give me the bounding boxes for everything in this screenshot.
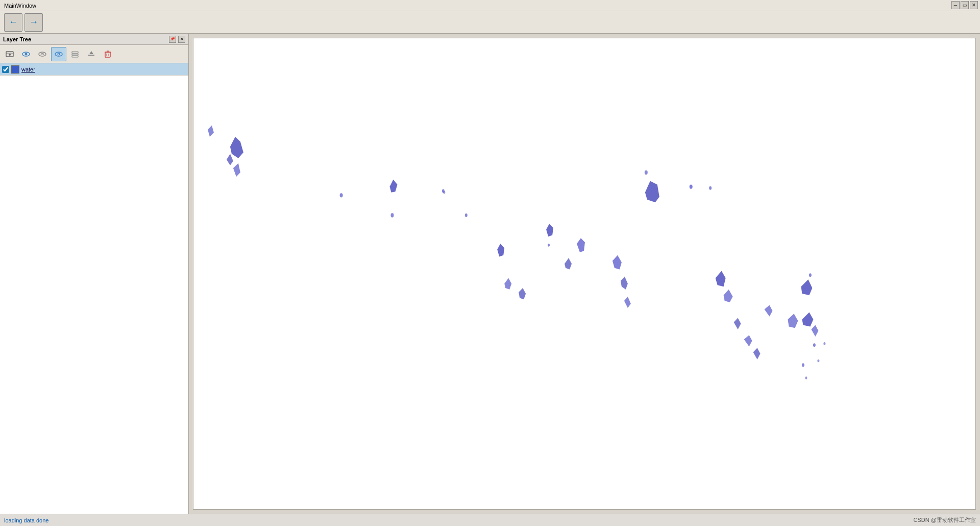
svg-marker-49 — [744, 335, 752, 346]
pin-button[interactable]: 📌 — [169, 36, 176, 43]
svg-rect-14 — [105, 52, 110, 57]
svg-point-48 — [809, 273, 812, 277]
title-bar: MainWindow ─ ▭ ✕ — [0, 0, 980, 11]
svg-marker-44 — [724, 290, 733, 302]
svg-marker-45 — [734, 318, 741, 329]
svg-marker-25 — [389, 180, 397, 193]
svg-marker-38 — [504, 278, 511, 289]
svg-marker-42 — [624, 297, 631, 308]
svg-point-53 — [813, 343, 816, 347]
svg-marker-29 — [497, 244, 504, 256]
svg-marker-34 — [645, 181, 659, 202]
move-up-button[interactable] — [84, 47, 99, 61]
svg-point-1 — [9, 54, 11, 56]
svg-marker-13 — [89, 51, 93, 54]
map-canvas[interactable] — [193, 38, 976, 510]
filter-icon — [38, 50, 47, 59]
active-eye-icon — [54, 50, 63, 59]
svg-point-5 — [41, 53, 44, 55]
layer-item[interactable]: water — [0, 63, 188, 76]
panel-title: Layer Tree — [3, 36, 31, 42]
active-eye-button[interactable] — [51, 47, 66, 61]
svg-marker-50 — [753, 348, 761, 359]
forward-button[interactable]: → — [24, 13, 43, 32]
svg-marker-20 — [230, 137, 243, 158]
svg-marker-30 — [546, 224, 553, 236]
minimize-button[interactable]: ─ — [951, 1, 960, 9]
svg-marker-46 — [765, 305, 773, 316]
stack-icon — [70, 50, 80, 59]
svg-marker-37 — [565, 258, 572, 269]
svg-rect-9 — [72, 52, 78, 53]
main-content: Layer Tree 📌 ✕ — [0, 34, 980, 514]
svg-point-58 — [805, 376, 807, 379]
status-bar: loading data done CSDN @雷动软件工作室 — [0, 514, 980, 526]
layer-toolbar — [0, 45, 188, 63]
remove-layer-button[interactable] — [100, 47, 115, 61]
remove-icon — [103, 50, 112, 59]
panel-header-controls: 📌 ✕ — [169, 36, 185, 43]
svg-point-54 — [817, 360, 819, 363]
layer-stack-button[interactable] — [67, 47, 83, 61]
svg-point-31 — [548, 244, 550, 247]
toggle-visibility-button[interactable] — [18, 47, 34, 61]
svg-point-35 — [709, 186, 712, 190]
svg-marker-47 — [801, 279, 812, 295]
svg-point-23 — [340, 193, 343, 197]
layer-color-swatch — [11, 65, 19, 74]
svg-point-28 — [465, 213, 468, 217]
map-area[interactable] — [189, 34, 980, 514]
svg-point-32 — [645, 170, 648, 174]
move-up-icon — [87, 50, 96, 59]
svg-point-27 — [443, 191, 445, 194]
close-button[interactable]: ✕ — [970, 1, 978, 9]
svg-rect-10 — [72, 54, 78, 55]
svg-marker-52 — [811, 325, 818, 337]
back-button[interactable]: ← — [4, 13, 22, 32]
svg-marker-36 — [577, 238, 585, 252]
open-layer-icon — [5, 50, 14, 59]
svg-point-3 — [25, 53, 28, 55]
panel-close-button[interactable]: ✕ — [178, 36, 185, 43]
svg-marker-43 — [716, 271, 726, 286]
layer-list: water — [0, 63, 188, 514]
svg-rect-11 — [72, 56, 78, 57]
svg-point-57 — [802, 363, 804, 367]
svg-rect-12 — [88, 55, 94, 56]
svg-marker-41 — [621, 277, 628, 290]
restore-button[interactable]: ▭ — [961, 1, 969, 9]
panel-header: Layer Tree 📌 ✕ — [0, 34, 188, 45]
svg-marker-19 — [208, 125, 214, 136]
layer-name-label[interactable]: water — [21, 66, 35, 73]
svg-point-55 — [823, 342, 825, 345]
svg-marker-22 — [233, 163, 240, 177]
main-toolbar: ← → — [0, 11, 980, 34]
svg-marker-40 — [612, 255, 622, 270]
status-attribution: CSDN @雷动软件工作室 — [914, 516, 976, 524]
svg-point-4 — [39, 52, 46, 56]
svg-point-8 — [58, 54, 59, 55]
eye-icon — [21, 50, 31, 59]
svg-marker-51 — [802, 312, 813, 326]
window-title: MainWindow — [4, 3, 36, 9]
layer-tree-panel: Layer Tree 📌 ✕ — [0, 34, 189, 514]
map-svg — [193, 38, 975, 509]
svg-marker-56 — [788, 314, 798, 328]
layer-filter-button[interactable] — [35, 47, 50, 61]
status-message: loading data done — [4, 517, 48, 523]
svg-marker-39 — [519, 288, 526, 299]
window-controls: ─ ▭ ✕ — [951, 1, 978, 9]
svg-marker-21 — [227, 154, 233, 165]
layer-visibility-checkbox[interactable] — [2, 66, 9, 73]
svg-point-24 — [390, 213, 394, 217]
svg-point-33 — [690, 184, 693, 188]
open-layer-button[interactable] — [2, 47, 17, 61]
